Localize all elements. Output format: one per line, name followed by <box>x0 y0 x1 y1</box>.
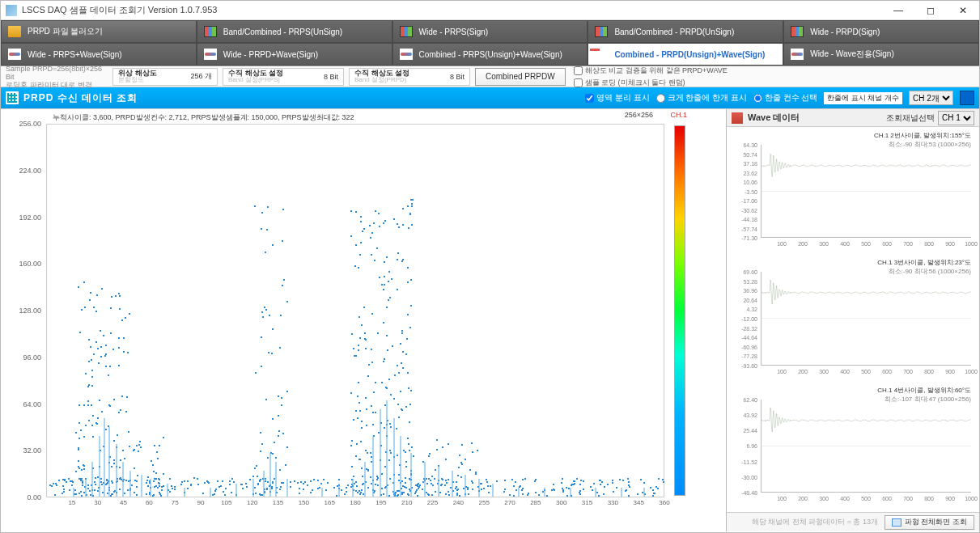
data-point <box>103 335 104 336</box>
wave-x-tick: 300 <box>819 241 829 247</box>
window-maximize-button[interactable]: ◻ <box>919 5 942 16</box>
data-point <box>78 466 79 467</box>
ribbon-wide-prps-wave[interactable]: Wide - PRPS+Wave(Sign) <box>1 43 197 66</box>
ribbon-combined-prpd-wave-active[interactable]: Combined - PRPD(Unsign)+Wave(Sign) <box>588 43 783 66</box>
wave-slot[interactable]: CH.1 2번사이클, 발생위치:155°도최소:-90 최대:53 (1000… <box>730 130 976 254</box>
ribbon-band-prps-unsign[interactable]: Band/Combined - PRPS(UnSign) <box>197 20 392 43</box>
data-point <box>357 417 358 419</box>
wave-slot[interactable]: CH.1 3번사이클, 발생위치:23°도최소:-90 최대:56 (1000×… <box>730 257 976 381</box>
data-point <box>391 278 392 280</box>
data-point <box>521 489 523 491</box>
data-point <box>159 445 160 446</box>
data-point <box>483 488 485 489</box>
sample-load-checkbox[interactable]: 샘플 로딩 (미체크시 둘다 랜덤) <box>574 78 728 88</box>
data-point <box>410 390 412 391</box>
data-point <box>426 492 427 493</box>
data-point <box>246 486 248 488</box>
data-point <box>105 345 107 346</box>
histogram-bar <box>595 488 596 497</box>
ribbon-wide-prpd-wave[interactable]: Wide - PRPD+Wave(Sign) <box>197 43 392 66</box>
data-point <box>364 332 366 334</box>
data-point <box>376 479 378 480</box>
vertical-resolution-prps-box[interactable]: 수직 해상도 설정 Band 설정(PRPS) 8 Bit <box>223 68 344 86</box>
data-point <box>481 489 482 490</box>
data-point <box>355 355 357 357</box>
phase-resolution-box[interactable]: 위상 해상도 분할정도 256 개 <box>112 68 218 86</box>
data-point <box>401 260 403 262</box>
ribbon-wide-wave-only[interactable]: Wide - Wave전용(Sign) <box>783 43 979 66</box>
data-point <box>95 477 96 479</box>
data-point <box>127 352 129 353</box>
area-separate-checkbox[interactable]: 영역 분리 표시 <box>585 92 650 104</box>
prpd-tab-icon <box>6 91 19 104</box>
data-point <box>367 487 369 489</box>
wave-y-tick: 64.30 <box>743 142 757 148</box>
combined-prpdw-button[interactable]: Combined PRPDW <box>475 68 566 86</box>
data-point <box>612 482 613 484</box>
data-point <box>272 328 274 330</box>
data-point <box>637 493 638 495</box>
data-point <box>376 476 378 477</box>
data-point <box>320 483 322 484</box>
data-point <box>457 475 459 476</box>
wave-x-tick: 1000 <box>965 369 978 374</box>
data-point <box>223 491 224 493</box>
data-point <box>106 483 108 484</box>
data-point <box>411 224 413 226</box>
data-point <box>389 478 391 480</box>
wave-plot-area <box>761 400 971 493</box>
data-point <box>97 417 99 419</box>
prpd-plot-area[interactable] <box>46 124 664 497</box>
data-point <box>84 307 86 308</box>
one-per-row-radio[interactable]: 크게 한줄에 한개 표시 <box>656 92 747 104</box>
data-point <box>398 226 400 228</box>
data-point <box>475 473 477 475</box>
data-point <box>350 210 352 212</box>
data-point <box>82 484 83 486</box>
data-point <box>371 232 373 234</box>
data-point <box>350 392 352 394</box>
data-point <box>562 491 564 493</box>
data-point <box>409 404 411 405</box>
ribbon-wide-prps-sign[interactable]: Wide - PRPS(Sign) <box>392 20 588 43</box>
vertical-resolution-prpd-box[interactable]: 수직 해상도 설정 Band 설정(PRPD) 8 Bit <box>349 68 470 86</box>
ribbon-combined-prps-wave[interactable]: Combined - PRPS(Unsign)+Wave(Sign) <box>392 43 588 66</box>
data-point <box>275 457 277 459</box>
y-axis: 256.00224.00192.00160.00128.0096.0064.00… <box>1 124 45 497</box>
data-point <box>397 289 398 290</box>
data-point <box>372 424 374 425</box>
data-point <box>118 365 120 366</box>
same-sample-checkbox[interactable]: 해상도 비교 검증을 위해 같은 PRPD+WAVE <box>574 66 728 76</box>
channels-per-row-select[interactable]: CH 2개 <box>909 91 953 105</box>
data-point <box>472 489 473 490</box>
wave-slot[interactable]: CH.1 4번사이클, 발생위치:60°도최소:-107 최대:47 (1000… <box>730 385 976 509</box>
wave-channel-select[interactable]: CH 1 <box>938 111 974 125</box>
data-point <box>146 480 148 481</box>
multi-per-row-radio[interactable]: 한줄 컨수 선택 <box>753 92 818 104</box>
hint-line1: Sample PRPD=256(8bit)×256 Bit <box>6 65 108 81</box>
wave-x-tick: 1000 <box>965 241 978 247</box>
data-point <box>652 495 654 497</box>
histogram-bar <box>167 484 168 497</box>
data-point <box>153 480 155 482</box>
ribbon-wide-prpd-sign[interactable]: Wide - PRPD(Sign) <box>783 20 979 43</box>
data-point <box>405 461 407 463</box>
data-point <box>138 451 139 452</box>
ribbon-label: Wide - PRPD+Wave(Sign) <box>223 50 318 59</box>
layout-apply-button[interactable] <box>960 91 974 105</box>
data-point <box>628 481 630 483</box>
histogram-bar <box>424 462 426 497</box>
data-point <box>85 425 87 426</box>
data-point <box>208 482 210 484</box>
data-point <box>92 436 94 438</box>
window-minimize-button[interactable]: — <box>887 5 910 16</box>
data-point <box>58 480 60 481</box>
row-count-label: 한줄에 표시 채널 개수 <box>824 92 902 104</box>
wave-fullscreen-button[interactable]: 파형 전체화면 조회 <box>885 515 974 530</box>
data-point <box>108 374 109 376</box>
ribbon-load-file[interactable]: PRPD 파일 불러오기 <box>1 20 197 43</box>
ribbon-band-prpd-unsign[interactable]: Band/Combined - PRPD(UnSign) <box>588 20 783 43</box>
data-point <box>361 421 363 422</box>
window-close-button[interactable]: ✕ <box>952 5 974 16</box>
data-point <box>401 493 403 495</box>
